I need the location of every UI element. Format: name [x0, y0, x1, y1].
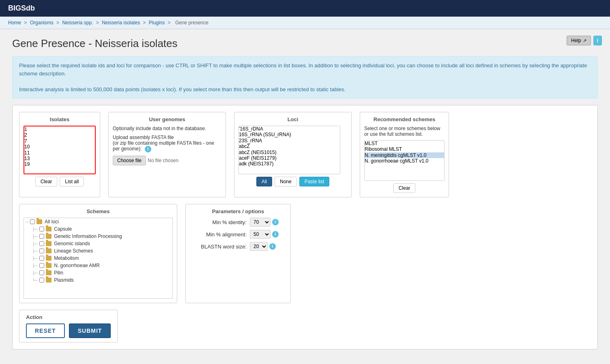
tree-checkbox-pilin[interactable]: [39, 270, 44, 275]
blastn-word-label: BLASTN word size:: [190, 244, 247, 250]
isolates-section: Isolates 1 2 7 10 11 13 19 Clear List al…: [19, 112, 100, 197]
site-header: BIGSdb: [0, 0, 610, 17]
blastn-word-info-icon[interactable]: i: [269, 243, 276, 250]
folder-icon-genomic: [46, 241, 52, 246]
tree-item-lineage: ├─ Lineage Schemes: [24, 247, 172, 255]
tree-connector-amr: ├─: [32, 263, 38, 268]
tree-checkbox-amr[interactable]: [39, 263, 44, 268]
folder-icon-plasmids: [46, 278, 52, 283]
tree-item-pilin: ├─ Pilin: [24, 269, 172, 276]
loci-all-button[interactable]: All: [256, 177, 272, 186]
isolates-title: Isolates: [24, 116, 96, 122]
tree-label-metabolism[interactable]: Metabolism: [54, 255, 79, 261]
tree-item-genetic: ├─ Genetic Information Processing: [24, 233, 172, 240]
recommended-schemes-section: Recommended schemes Select one or more s…: [360, 112, 449, 197]
loci-listbox[interactable]: '16S_rDNA 16S_rRNA (SSU_rRNA) 23S_rRNA a…: [238, 126, 340, 174]
loci-title: Loci: [238, 116, 347, 122]
min-alignment-select[interactable]: 10 20 30 40 50 60 70 80 90 100: [250, 230, 271, 239]
sections-row: Isolates 1 2 7 10 11 13 19 Clear List al…: [19, 112, 591, 197]
tree-connector-root: ─: [26, 220, 28, 224]
breadcrumb-home[interactable]: Home: [8, 20, 21, 26]
folder-icon-capsule: [46, 227, 52, 231]
user-genomes-upload-label: Upload assembly FASTA file: [113, 135, 221, 140]
breadcrumb-current: Gene presence: [175, 20, 208, 26]
tree-label-capsule[interactable]: Capsule: [54, 226, 72, 232]
file-input-row: Choose file No file chosen: [113, 156, 221, 165]
breadcrumb-organisms[interactable]: Organisms: [30, 20, 54, 26]
tree-item-amr: ├─ N. gonorrhoeae AMR: [24, 262, 172, 269]
isolates-clear-button[interactable]: Clear: [35, 177, 58, 186]
tree-checkbox-all-loci[interactable]: [30, 219, 35, 224]
reset-button[interactable]: RESET: [26, 323, 65, 338]
isolates-listbox[interactable]: 1 2 7 10 11 13 19: [24, 126, 96, 174]
loci-listbox-container: '16S_rDNA 16S_rRNA (SSU_rRNA) 23S_rRNA a…: [238, 126, 347, 174]
action-btn-row: RESET SUBMIT: [26, 323, 111, 338]
blastn-word-row: BLASTN word size: 7 8 9 10 11 15 20 28 i: [190, 242, 286, 251]
min-alignment-label: Min % alignment:: [190, 231, 247, 238]
loci-none-button[interactable]: None: [275, 177, 297, 186]
recommended-schemes-title: Recommended schemes: [364, 116, 445, 122]
folder-icon-pilin: [46, 270, 52, 275]
recommended-schemes-clear-button[interactable]: Clear: [393, 183, 416, 193]
folder-icon-all-loci: [37, 219, 42, 224]
user-genomes-title: User genomes: [113, 116, 221, 122]
min-alignment-row: Min % alignment: 10 20 30 40 50 60 70 80…: [190, 230, 286, 239]
tree-checkbox-genomic[interactable]: [39, 241, 44, 246]
tree-checkbox-genetic[interactable]: [39, 234, 44, 239]
loci-paste-list-button[interactable]: Paste list: [299, 177, 330, 186]
recommended-schemes-btn-row: Clear: [364, 183, 445, 193]
schemes-tree[interactable]: ─ All loci ├─ Capsule ├─: [24, 218, 173, 299]
description-line1: Please select the required isolate ids a…: [19, 62, 591, 77]
parameters-title: Parameters / options: [190, 208, 286, 214]
tree-checkbox-metabolism[interactable]: [39, 256, 44, 261]
recommended-schemes-desc: Select one or more schemes below or use …: [364, 126, 445, 137]
loci-section: Loci '16S_rDNA 16S_rRNA (SSU_rRNA) 23S_r…: [234, 112, 352, 197]
min-identity-label: Min % identity:: [190, 219, 247, 225]
tree-connector-plasmids: └─: [32, 278, 38, 283]
tree-item-metabolism: ├─ Metabolism: [24, 255, 172, 262]
folder-icon-amr: [46, 263, 52, 268]
tree-checkbox-lineage[interactable]: [39, 248, 44, 253]
description-line2: Interactive analysis is limited to 500,0…: [19, 86, 591, 94]
isolates-list-all-button[interactable]: List all: [60, 177, 84, 186]
breadcrumb-plugins[interactable]: Plugins: [149, 20, 165, 26]
tree-checkbox-capsule[interactable]: [39, 227, 44, 231]
site-title: BIGSdb: [8, 4, 35, 12]
loci-scrollbar: [343, 126, 347, 174]
tree-item-all-loci: ─ All loci: [24, 218, 172, 225]
min-identity-info-icon[interactable]: i: [272, 219, 279, 225]
choose-file-button[interactable]: Choose file: [113, 156, 146, 165]
tree-label-amr[interactable]: N. gonorrhoeae AMR: [54, 263, 100, 268]
blastn-word-select[interactable]: 7 8 9 10 11 15 20 28: [250, 242, 268, 251]
tree-item-capsule: ├─ Capsule: [24, 225, 172, 233]
min-alignment-info-icon[interactable]: i: [272, 231, 279, 238]
user-genomes-section: User genomes Optionally include data not…: [108, 112, 226, 197]
tree-label-genomic[interactable]: Genomic islands: [54, 241, 90, 246]
isolates-btn-row: Clear List all: [24, 177, 96, 186]
submit-button[interactable]: SUBMIT: [69, 323, 111, 338]
tree-label-all-loci[interactable]: All loci: [45, 219, 59, 225]
min-identity-row: Min % identity: 50 60 70 80 90 100 i: [190, 218, 286, 227]
tree-connector-genetic: ├─: [32, 234, 38, 239]
breadcrumb-neisseria-isolates[interactable]: Neisseria isolates: [102, 20, 140, 26]
tree-connector-capsule: ├─: [32, 227, 38, 231]
folder-icon-lineage: [46, 248, 52, 253]
tree-label-genetic[interactable]: Genetic Information Processing: [54, 233, 122, 239]
tree-label-plasmids[interactable]: Plasmids: [54, 277, 74, 283]
description-box: Please select the required isolate ids a…: [12, 56, 598, 98]
min-identity-select[interactable]: 50 60 70 80 90 100: [250, 218, 271, 227]
tree-connector-metabolism: ├─: [32, 256, 38, 261]
recommended-schemes-listbox[interactable]: MLST Ribosomal MLST N. meningitidis cgML…: [364, 140, 445, 181]
breadcrumb-neisseria-spp[interactable]: Neisseria spp.: [62, 20, 93, 26]
main-content: Gene Presence - Neisseria isolates Pleas…: [0, 29, 610, 358]
upload-info-icon[interactable]: i: [145, 146, 151, 152]
main-panel: Isolates 1 2 7 10 11 13 19 Clear List al…: [12, 105, 598, 349]
tree-label-pilin[interactable]: Pilin: [54, 270, 63, 276]
tree-connector-genomic: ├─: [32, 242, 38, 246]
file-name-label: No file chosen: [148, 158, 178, 163]
tree-checkbox-plasmids[interactable]: [39, 278, 44, 283]
tree-label-lineage[interactable]: Lineage Schemes: [54, 248, 93, 254]
page-title: Gene Presence - Neisseria isolates: [12, 37, 598, 50]
folder-icon-genetic: [46, 234, 52, 239]
breadcrumb: Home > Organisms > Neisseria spp. > Neis…: [0, 17, 610, 29]
